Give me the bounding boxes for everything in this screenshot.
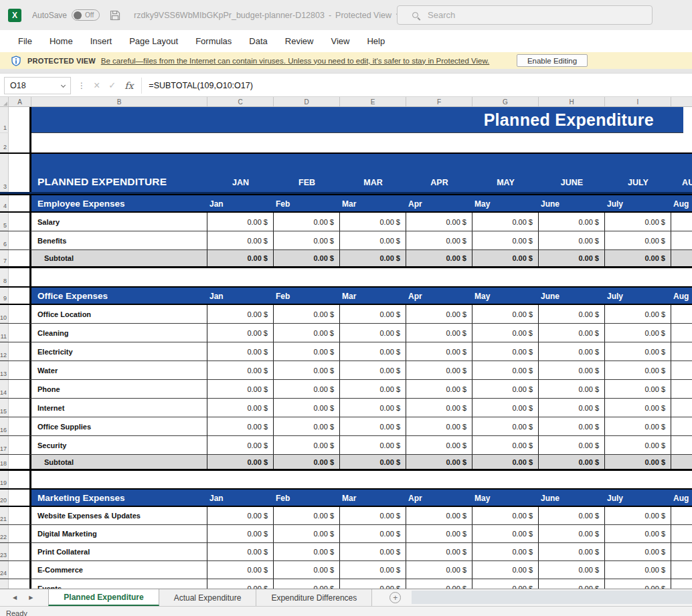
row-header-2[interactable]: 2 (0, 133, 9, 152)
cell-A13[interactable] (9, 361, 31, 379)
cell-G23[interactable]: 0.00 $ (472, 543, 539, 560)
cell-J23[interactable] (671, 543, 692, 560)
cell-B10[interactable]: Office Location (31, 305, 207, 323)
cell-E11[interactable]: 0.00 $ (340, 324, 406, 342)
cell-B25[interactable]: Events (31, 579, 207, 589)
ribbon-tab-page-layout[interactable]: Page Layout (120, 36, 187, 46)
cell-H13[interactable]: 0.00 $ (539, 361, 605, 379)
cell-G22[interactable]: 0.00 $ (472, 525, 539, 542)
cell-I25[interactable]: 0.00 $ (605, 579, 671, 589)
cell-J5[interactable] (671, 213, 692, 231)
cell-A15[interactable] (9, 399, 31, 417)
cell-I23[interactable]: 0.00 $ (605, 543, 671, 560)
column-header-D[interactable]: D (274, 97, 340, 106)
cell-F15[interactable]: 0.00 $ (406, 399, 472, 417)
cell-A22[interactable] (9, 525, 31, 542)
cell-E18[interactable]: 0.00 $ (340, 455, 406, 469)
cell-G13[interactable]: 0.00 $ (472, 361, 539, 379)
cell-A1[interactable] (9, 107, 31, 133)
cell-H3[interactable]: JUNE (539, 154, 605, 192)
cell-G7[interactable]: 0.00 $ (472, 250, 539, 266)
cell-J4[interactable]: Aug (671, 195, 692, 211)
cell-C22[interactable]: 0.00 $ (207, 525, 274, 542)
cell-J6[interactable] (671, 231, 692, 249)
column-header-C[interactable]: C (207, 97, 274, 106)
cell-H18[interactable]: 0.00 $ (539, 455, 605, 469)
cell-I9[interactable]: July (605, 288, 671, 304)
ribbon-tab-file[interactable]: File (9, 36, 41, 46)
cell-B21[interactable]: Website Expenses & Updates (31, 507, 207, 524)
cell-A4[interactable] (9, 195, 31, 211)
cell-F16[interactable]: 0.00 $ (406, 417, 472, 435)
cell-B16[interactable]: Office Supplies (31, 417, 207, 435)
cell-D13[interactable]: 0.00 $ (274, 361, 340, 379)
row-header-4[interactable]: 4 (0, 195, 9, 211)
row-header-18[interactable]: 18 (0, 455, 9, 469)
cell-J9[interactable]: Aug (671, 288, 692, 304)
cell-H24[interactable]: 0.00 $ (539, 561, 605, 579)
cell-C24[interactable]: 0.00 $ (207, 561, 274, 579)
cell-I13[interactable]: 0.00 $ (605, 361, 671, 379)
add-sheet-button[interactable]: + (390, 592, 401, 603)
cell-I15[interactable]: 0.00 $ (605, 399, 671, 417)
ribbon-tab-data[interactable]: Data (240, 36, 276, 46)
cell-I3[interactable]: JULY (605, 154, 671, 192)
cell-A21[interactable] (9, 507, 31, 524)
cell-C13[interactable]: 0.00 $ (207, 361, 274, 379)
cell-C9[interactable]: Jan (207, 288, 274, 304)
cell-H25[interactable]: 0.00 $ (539, 579, 605, 589)
cell-D5[interactable]: 0.00 $ (274, 213, 340, 231)
cell-I4[interactable]: July (605, 195, 671, 211)
cell-A2[interactable] (9, 133, 31, 152)
cell-B6[interactable]: Benefits (31, 231, 207, 249)
column-header-I[interactable]: I (605, 97, 671, 106)
cell-J20[interactable]: Aug (671, 490, 692, 506)
cell-G18[interactable]: 0.00 $ (472, 455, 539, 469)
cell-F20[interactable]: Apr (406, 490, 472, 506)
protected-view-message-link[interactable]: Be careful—files from the Internet can c… (101, 57, 489, 65)
cell-C10[interactable]: 0.00 $ (207, 305, 274, 323)
cell-A18[interactable] (9, 455, 31, 469)
cell-H22[interactable]: 0.00 $ (539, 525, 605, 542)
ribbon-tab-formulas[interactable]: Formulas (187, 36, 240, 46)
cell-C3[interactable]: JAN (207, 154, 274, 192)
cell-F4[interactable]: Apr (406, 195, 472, 211)
row-header-12[interactable]: 12 (0, 342, 9, 361)
cell-I5[interactable]: 0.00 $ (605, 213, 671, 231)
autosave-toggle[interactable]: AutoSave Off (32, 9, 100, 21)
row-header-25[interactable]: 25 (0, 579, 9, 589)
cell-C7[interactable]: 0.00 $ (207, 250, 274, 266)
save-icon[interactable] (110, 10, 120, 21)
cell-J24[interactable] (671, 561, 692, 579)
cell-H21[interactable]: 0.00 $ (539, 507, 605, 524)
cell-H5[interactable]: 0.00 $ (539, 213, 605, 231)
cell-D18[interactable]: 0.00 $ (274, 455, 340, 469)
cell-C21[interactable]: 0.00 $ (207, 507, 274, 524)
cell-H20[interactable]: June (539, 490, 605, 506)
cell-I11[interactable]: 0.00 $ (605, 324, 671, 342)
cell-H17[interactable]: 0.00 $ (539, 436, 605, 454)
cell-B15[interactable]: Internet (31, 399, 207, 417)
cell-C23[interactable]: 0.00 $ (207, 543, 274, 560)
search-input[interactable] (426, 9, 627, 21)
row-header-17[interactable]: 17 (0, 436, 9, 454)
cell-C14[interactable]: 0.00 $ (207, 380, 274, 398)
cell-A24[interactable] (9, 561, 31, 579)
cell-G12[interactable]: 0.00 $ (472, 342, 539, 361)
cell-H9[interactable]: June (539, 288, 605, 304)
document-title[interactable]: rzdky9VSS6WbMIbGKpPr_budget-planner-D128… (134, 11, 401, 20)
column-header-B[interactable]: B (31, 97, 207, 106)
cell-G5[interactable]: 0.00 $ (472, 213, 539, 231)
row-header-3[interactable]: 3 (0, 154, 9, 192)
cell-J21[interactable] (671, 507, 692, 524)
cell-G6[interactable]: 0.00 $ (472, 231, 539, 249)
cell-F12[interactable]: 0.00 $ (406, 342, 472, 361)
cell-A3[interactable] (9, 154, 31, 192)
cell-J10[interactable] (671, 305, 692, 323)
section-header-marketing-expenses[interactable]: Marketing Expenses (31, 490, 207, 506)
column-header-H[interactable]: H (539, 97, 605, 106)
row-header-9[interactable]: 9 (0, 288, 9, 304)
cell-A11[interactable] (9, 324, 31, 342)
cell-F11[interactable]: 0.00 $ (406, 324, 472, 342)
cell-J7[interactable] (671, 250, 692, 266)
